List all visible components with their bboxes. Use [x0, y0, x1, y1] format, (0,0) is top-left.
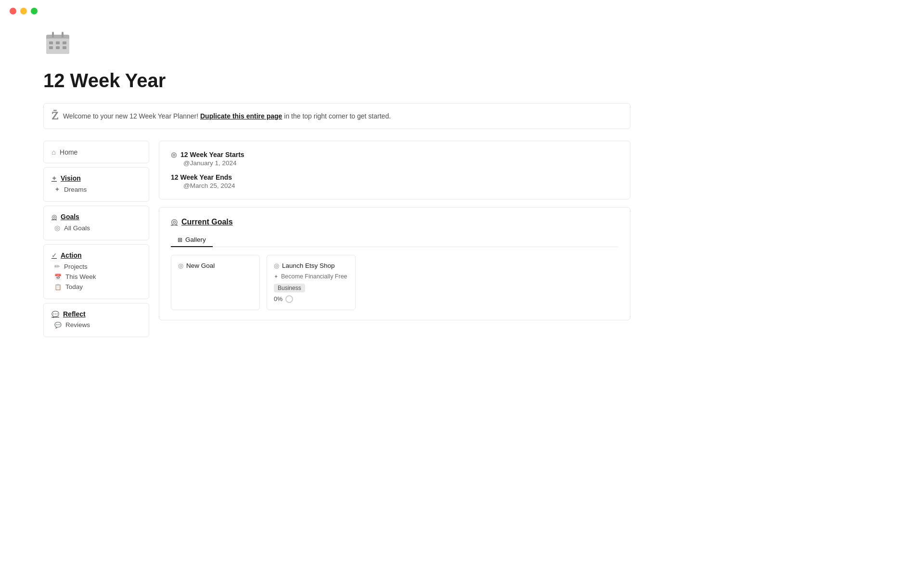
sidebar-goals-title[interactable]: ◎ Goals	[51, 213, 141, 221]
sidebar-item-home[interactable]: ⌂ Home	[43, 141, 149, 163]
sidebar-item-projects[interactable]: ✏ Projects	[51, 261, 141, 272]
info-box: Z̄ Welcome to your new 12 Week Year Plan…	[43, 103, 630, 129]
svg-rect-4	[63, 41, 66, 44]
home-icon: ⌂	[51, 148, 56, 156]
goals-card-header[interactable]: ◎ Current Goals	[171, 217, 618, 226]
action-icon: ✓	[51, 252, 57, 259]
sidebar-home-label: Home	[60, 148, 77, 156]
traffic-lights	[0, 0, 47, 22]
gallery-grid: ◎ New Goal ◎ Launch Etsy Shop ✦ Become F…	[171, 255, 618, 310]
sidebar-section-goals: ◎ Goals ◎ All Goals	[43, 206, 149, 240]
progress-circle-icon	[285, 295, 293, 303]
launch-etsy-icon: ◎	[274, 262, 279, 269]
goal-tag-business: Business	[274, 284, 305, 292]
svg-rect-9	[62, 32, 64, 38]
start-date-label: ◎ 12 Week Year Starts	[171, 151, 618, 158]
svg-rect-8	[52, 32, 54, 38]
goal-card-launch-etsy[interactable]: ◎ Launch Etsy Shop ✦ Become Financially …	[267, 255, 356, 310]
vision-icon: ✦	[51, 175, 57, 182]
svg-rect-7	[63, 46, 66, 49]
goal-progress: 0%	[274, 295, 348, 303]
maximize-button[interactable]	[31, 8, 38, 14]
gallery-tab-icon: ⊞	[178, 236, 182, 243]
date-card: ◎ 12 Week Year Starts @January 1, 2024 1…	[159, 141, 630, 199]
start-date-value: @January 1, 2024	[171, 159, 618, 167]
sidebar-item-this-week[interactable]: 📅 This Week	[51, 272, 141, 282]
svg-rect-6	[56, 46, 60, 49]
sidebar-reflect-title[interactable]: 💬 Reflect	[51, 310, 141, 318]
goal-card-launch-etsy-title: ◎ Launch Etsy Shop	[274, 262, 348, 269]
today-icon: 📋	[54, 284, 62, 290]
close-button[interactable]	[10, 8, 16, 14]
goal-card-new-goal[interactable]: ◎ New Goal	[171, 255, 260, 310]
projects-icon: ✏	[54, 263, 60, 270]
sidebar-item-today[interactable]: 📋 Today	[51, 282, 141, 292]
end-date-value: @March 25, 2024	[171, 182, 618, 189]
sidebar-nav: ⌂ Home ✦ Vision ✦ Dreams ◎ Goals	[43, 141, 149, 337]
goals-card: ◎ Current Goals ⊞ Gallery ◎	[159, 207, 630, 320]
goal-card-new-goal-title: ◎ New Goal	[178, 262, 253, 269]
tab-bar: ⊞ Gallery	[171, 233, 618, 247]
all-goals-icon: ◎	[54, 224, 60, 232]
start-date-icon: ◎	[171, 151, 177, 158]
svg-rect-3	[56, 41, 60, 44]
sidebar-vision-title[interactable]: ✦ Vision	[51, 174, 141, 182]
sidebar-item-reviews[interactable]: 💬 Reviews	[51, 320, 141, 330]
this-week-icon: 📅	[54, 274, 62, 280]
sidebar-section-action: ✓ Action ✏ Projects 📅 This Week 📋 Today	[43, 244, 149, 299]
sidebar-item-all-goals[interactable]: ◎ All Goals	[51, 223, 141, 233]
sidebar-section-vision: ✦ Vision ✦ Dreams	[43, 167, 149, 202]
reflect-icon: 💬	[51, 311, 59, 318]
goal-card-sub: ✦ Become Financially Free	[274, 273, 348, 280]
page-title: 12 Week Year	[43, 70, 630, 92]
end-date-label: 12 Week Year Ends	[171, 173, 618, 181]
page-icon	[43, 29, 630, 64]
goals-icon: ◎	[51, 213, 57, 221]
dreams-icon: ✦	[54, 185, 60, 193]
notion-logo-icon: Z̄	[51, 110, 58, 122]
main-panel: ◎ 12 Week Year Starts @January 1, 2024 1…	[159, 141, 630, 320]
info-text: Welcome to your new 12 Week Year Planner…	[63, 112, 391, 120]
svg-rect-5	[49, 46, 53, 49]
start-date-row: ◎ 12 Week Year Starts @January 1, 2024	[171, 151, 618, 167]
goals-header-icon: ◎	[171, 217, 178, 226]
minimize-button[interactable]	[20, 8, 27, 14]
sub-icon: ✦	[274, 274, 278, 280]
sidebar-item-dreams[interactable]: ✦ Dreams	[51, 184, 141, 195]
tab-gallery[interactable]: ⊞ Gallery	[171, 233, 213, 247]
sidebar-section-reflect: 💬 Reflect 💬 Reviews	[43, 303, 149, 337]
reviews-icon: 💬	[54, 322, 62, 328]
svg-rect-2	[49, 41, 53, 44]
end-date-row: 12 Week Year Ends @March 25, 2024	[171, 173, 618, 189]
sidebar-action-title[interactable]: ✓ Action	[51, 251, 141, 259]
duplicate-link[interactable]: Duplicate this entire page	[200, 112, 282, 120]
new-goal-icon: ◎	[178, 262, 183, 269]
